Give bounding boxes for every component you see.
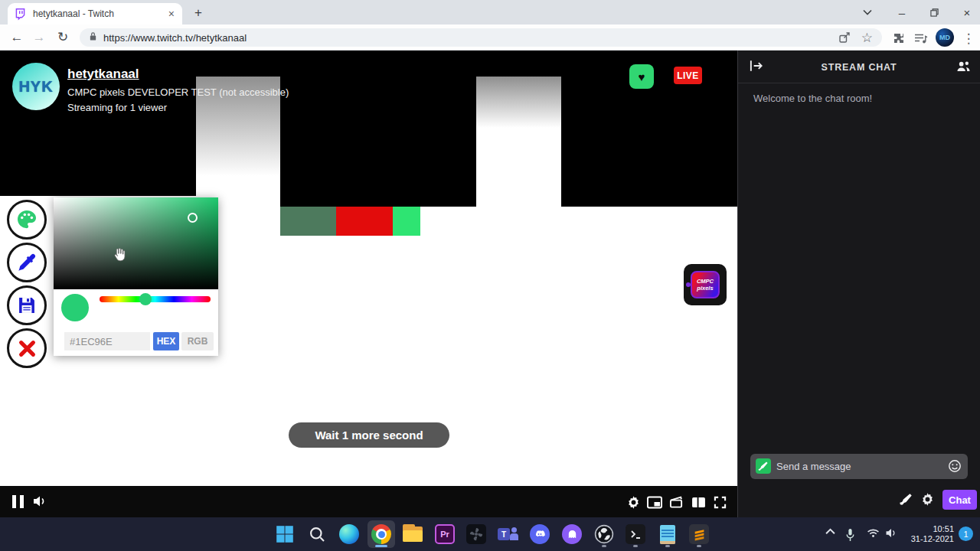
taskbar-obs-button[interactable] (590, 520, 618, 548)
taskbar-chrome-button[interactable] (368, 520, 395, 548)
channel-avatar[interactable]: HYK (12, 63, 60, 110)
sublime-icon (689, 524, 709, 544)
chat-community-icon[interactable] (956, 60, 971, 76)
taskbar-search-button[interactable] (303, 520, 331, 548)
share-icon[interactable] (838, 31, 851, 44)
widget-text-line1: CMPC (697, 278, 714, 285)
hue-slider[interactable] (100, 296, 211, 302)
eyedropper-tool-button[interactable] (7, 243, 47, 282)
new-tab-button[interactable]: + (190, 5, 207, 21)
canvas-black-middle (280, 77, 476, 207)
browser-tab[interactable]: hetytkanaal - Twitch × (8, 3, 182, 24)
viewer-count-text: Streaming for 1 viewer (67, 102, 167, 113)
browser-toolbar: ← → ↻ https://www.twitch.tv/hetytkanaal … (0, 24, 980, 51)
browser-profile-avatar[interactable]: MD (936, 28, 954, 47)
channel-name-link[interactable]: hetytkanaal (67, 67, 139, 82)
tab-search-chevron-icon[interactable] (856, 0, 879, 24)
hand-cursor-icon (110, 246, 127, 263)
stream-video[interactable]: HYK hetytkanaal CMPC pixels DEVELOPER TE… (0, 51, 737, 517)
chat-title: STREAM CHAT (738, 62, 980, 73)
live-badge: LIVE (674, 67, 702, 84)
miniplayer-icon[interactable] (647, 494, 662, 510)
selected-color-swatch (61, 294, 89, 321)
taskbar-discord-button[interactable] (526, 520, 554, 548)
pause-button[interactable] (12, 495, 24, 508)
hex-value-input[interactable] (64, 332, 150, 350)
notification-count-badge[interactable]: 1 (959, 527, 973, 541)
taskbar-premiere-button[interactable]: Pr (431, 520, 459, 548)
sublime-running-indicator (697, 545, 701, 547)
taskbar-fan-app-button[interactable] (462, 520, 490, 548)
bookmark-star-icon[interactable]: ☆ (861, 30, 873, 46)
close-tool-button[interactable] (7, 328, 47, 368)
tray-wifi-icon[interactable] (867, 528, 880, 538)
tab-title: hetytkanaal - Twitch (33, 8, 167, 19)
folder-icon (403, 527, 423, 542)
palette-icon (15, 207, 39, 232)
saturation-cursor[interactable] (188, 213, 198, 223)
browser-menu-icon[interactable]: ⋮ (960, 30, 977, 47)
reload-button[interactable]: ↻ (54, 28, 72, 47)
chat-panel: STREAM CHAT Welcome to the chat room! (737, 51, 980, 517)
address-bar[interactable]: https://www.twitch.tv/hetytkanaal ☆ (80, 28, 882, 47)
wait-cooldown-button[interactable]: Wait 1 more second (289, 422, 449, 448)
chrome-icon (371, 524, 391, 544)
tray-speaker-icon[interactable] (885, 528, 898, 538)
tray-microphone-icon[interactable] (845, 528, 855, 542)
window-close-button[interactable]: × (954, 0, 980, 24)
premiere-icon: Pr (435, 524, 455, 544)
teams-icon: T (498, 525, 519, 543)
twitch-favicon-icon (14, 8, 27, 21)
bits-sword-icon[interactable] (900, 493, 913, 509)
taskbar-teams-button[interactable]: T (495, 520, 522, 548)
playlist-icon[interactable] (913, 30, 929, 47)
fullscreen-icon[interactable] (712, 494, 727, 510)
emote-smiley-icon[interactable] (948, 459, 962, 476)
chat-welcome-message: Welcome to the chat room! (753, 93, 872, 104)
tab-close-icon[interactable]: × (167, 8, 176, 20)
taskbar-sublime-button[interactable] (685, 520, 713, 548)
taskbar-clock[interactable]: 10:51 31-12-2021 (908, 524, 954, 544)
start-button[interactable] (271, 520, 299, 548)
clip-clapper-icon[interactable] (668, 494, 684, 510)
player-settings-gear-icon[interactable] (626, 494, 641, 510)
saturation-area[interactable] (54, 197, 218, 289)
obs-running-indicator (602, 545, 606, 547)
terminal-icon (626, 524, 645, 544)
lock-icon (89, 31, 97, 44)
taskbar-terminal-button[interactable] (622, 520, 649, 548)
tray-expand-chevron-icon[interactable] (825, 528, 835, 535)
channel-points-icon[interactable] (756, 458, 771, 474)
save-tool-button[interactable] (7, 285, 47, 325)
chat-send-button[interactable]: Chat (942, 490, 977, 510)
cmpc-pixels-widget[interactable]: CMPC pixels (684, 264, 727, 305)
window-minimize-button[interactable]: – (888, 0, 916, 24)
chat-settings-gear-icon[interactable] (920, 492, 935, 510)
follow-heart-button[interactable]: ♥ (629, 64, 654, 89)
back-button[interactable]: ← (8, 28, 26, 47)
chat-input-box[interactable] (750, 454, 968, 479)
palette-tool-button[interactable] (7, 200, 47, 240)
edge-icon (339, 524, 359, 544)
extensions-puzzle-icon[interactable] (890, 30, 907, 47)
hex-mode-button[interactable]: HEX (153, 332, 179, 350)
window-restore-button[interactable] (920, 0, 948, 24)
taskbar-edge-button[interactable] (335, 520, 363, 548)
color-picker-panel: HEX RGB (54, 197, 218, 356)
taskbar-explorer-button[interactable] (399, 520, 426, 548)
eyedropper-icon (16, 252, 38, 273)
save-floppy-icon (16, 295, 38, 316)
notepad-running-indicator (665, 545, 670, 547)
chat-message-input[interactable] (776, 454, 937, 479)
taskbar-notepad-button[interactable] (654, 520, 681, 548)
taskbar-purple-app-button[interactable] (558, 520, 586, 548)
rgb-mode-button[interactable]: RGB (181, 332, 214, 350)
taskbar: Pr T (0, 517, 980, 551)
hue-slider-thumb[interactable] (139, 293, 152, 305)
screen: hetytkanaal - Twitch × + – × ← → ↻ https… (0, 0, 980, 551)
theater-mode-icon[interactable] (691, 494, 706, 510)
forward-button[interactable]: → (30, 28, 48, 47)
canvas-pixel-red (336, 207, 393, 236)
terminal-running-indicator (633, 545, 638, 547)
volume-icon[interactable] (32, 495, 49, 510)
